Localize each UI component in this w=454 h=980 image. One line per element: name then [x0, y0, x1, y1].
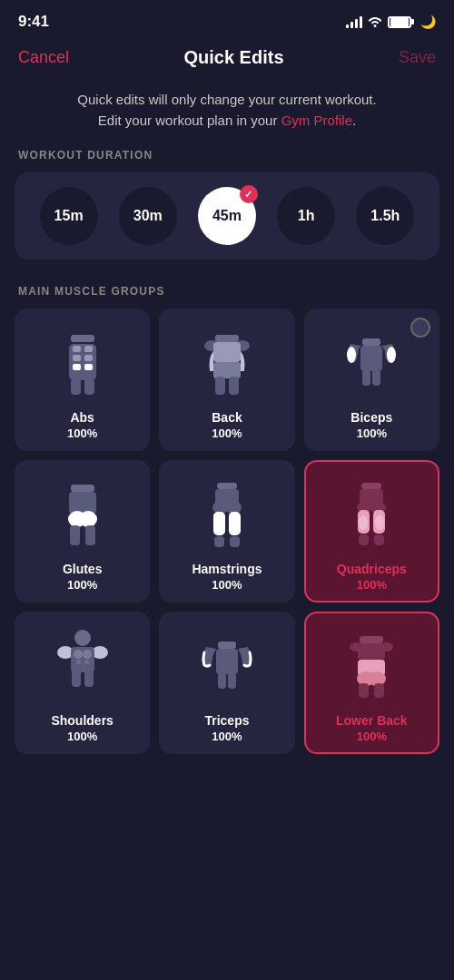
back-figure — [168, 321, 285, 403]
svg-rect-45 — [359, 534, 369, 545]
svg-rect-23 — [71, 485, 94, 492]
svg-rect-5 — [84, 355, 93, 361]
muscle-card-quadriceps[interactable]: Quadriceps 100% — [304, 460, 439, 603]
svg-rect-10 — [215, 335, 239, 342]
shoulders-percent: 100% — [67, 730, 97, 743]
svg-rect-0 — [71, 335, 94, 342]
signal-icon — [346, 15, 362, 28]
status-time: 9:41 — [18, 13, 49, 31]
svg-point-44 — [375, 515, 384, 530]
status-bar: 9:41 🌙 — [0, 0, 454, 40]
quadriceps-figure — [313, 473, 430, 554]
muscle-card-abs[interactable]: Abs 100% — [15, 309, 150, 451]
biceps-select-dot — [410, 318, 430, 338]
duration-1-5h-label: 1.5h — [370, 208, 400, 224]
svg-rect-28 — [85, 525, 95, 545]
svg-point-52 — [83, 650, 92, 659]
battery-icon — [388, 16, 411, 28]
duration-1h-label: 1h — [298, 208, 315, 224]
triceps-name: Triceps — [204, 713, 249, 728]
svg-rect-33 — [213, 512, 225, 535]
svg-point-26 — [79, 511, 97, 527]
quadriceps-name: Quadriceps — [337, 562, 407, 576]
duration-15m[interactable]: 15m — [40, 187, 98, 245]
hamstrings-figure — [168, 473, 285, 554]
info-line2: Edit your workout plan in your — [98, 113, 281, 128]
svg-rect-15 — [215, 377, 225, 395]
back-percent: 100% — [212, 426, 242, 440]
info-line1: Quick edits will only change your curren… — [77, 92, 376, 107]
cancel-button[interactable]: Cancel — [18, 48, 69, 67]
svg-rect-29 — [217, 483, 237, 489]
glutes-figure — [24, 473, 141, 554]
duration-1-5h[interactable]: 1.5h — [356, 187, 414, 245]
muscle-card-back[interactable]: Back 100% — [159, 309, 294, 451]
duration-45m[interactable]: 45m ✓ — [198, 187, 256, 245]
muscle-card-triceps[interactable]: Triceps 100% — [159, 612, 294, 754]
workout-duration-label: WORKOUT DURATION — [0, 149, 454, 172]
triceps-figure — [168, 624, 285, 706]
hamstrings-name: Hamstrings — [192, 562, 262, 576]
svg-rect-9 — [84, 378, 94, 395]
svg-rect-68 — [359, 683, 369, 698]
muscle-card-biceps[interactable]: Biceps 100% — [304, 309, 439, 451]
glutes-name: Glutes — [63, 562, 103, 576]
duration-30m-label: 30m — [133, 208, 163, 224]
svg-rect-58 — [216, 649, 238, 674]
svg-rect-4 — [73, 355, 81, 361]
duration-selector: 15m 30m 45m ✓ 1h 1.5h — [15, 172, 439, 260]
duration-1h[interactable]: 1h — [277, 187, 335, 245]
back-name: Back — [212, 410, 242, 425]
wifi-icon — [368, 15, 382, 30]
svg-point-43 — [359, 515, 368, 530]
info-text: Quick edits will only change your curren… — [0, 79, 454, 149]
svg-rect-64 — [358, 643, 385, 660]
abs-name: Abs — [70, 410, 94, 425]
svg-rect-53 — [76, 660, 81, 664]
quadriceps-percent: 100% — [357, 578, 387, 592]
muscle-card-lower-back[interactable]: Lower Back 100% — [304, 612, 439, 754]
biceps-percent: 100% — [357, 426, 387, 440]
svg-point-19 — [347, 347, 356, 363]
svg-point-32 — [225, 501, 242, 514]
muscle-card-hamstrings[interactable]: Hamstrings 100% — [159, 460, 294, 603]
svg-rect-27 — [70, 525, 80, 545]
svg-rect-55 — [72, 671, 81, 687]
info-line3: . — [352, 113, 356, 128]
status-icons: 🌙 — [346, 15, 436, 30]
lower-back-name: Lower Back — [336, 713, 408, 728]
svg-rect-21 — [362, 369, 370, 386]
svg-rect-60 — [228, 672, 236, 689]
biceps-name: Biceps — [350, 410, 392, 425]
triceps-percent: 100% — [212, 730, 242, 743]
muscle-card-shoulders[interactable]: Shoulders 100% — [15, 612, 150, 754]
shoulders-figure — [24, 624, 141, 706]
muscle-groups-label: MAIN MUSCLE GROUPS — [0, 285, 454, 309]
svg-rect-50 — [71, 647, 94, 672]
muscle-card-glutes[interactable]: Glutes 100% — [15, 460, 150, 603]
lower-back-percent: 100% — [357, 730, 387, 743]
svg-rect-35 — [214, 536, 224, 547]
svg-rect-46 — [374, 534, 384, 545]
gym-profile-link[interactable]: Gym Profile — [281, 113, 352, 128]
svg-rect-6 — [73, 364, 81, 370]
page-title: Quick Edits — [183, 47, 283, 68]
svg-rect-56 — [84, 671, 94, 687]
svg-point-47 — [74, 630, 91, 646]
svg-rect-22 — [372, 369, 380, 386]
svg-rect-17 — [362, 338, 380, 346]
lower-back-figure — [313, 624, 430, 706]
muscle-grid: Abs 100% Back 100% — [0, 309, 454, 754]
svg-rect-36 — [230, 536, 240, 547]
abs-percent: 100% — [67, 426, 97, 440]
svg-rect-3 — [84, 346, 93, 352]
svg-point-20 — [387, 347, 396, 363]
save-button[interactable]: Save — [399, 48, 436, 67]
duration-30m[interactable]: 30m — [119, 187, 177, 245]
svg-rect-59 — [218, 672, 226, 689]
nav-bar: Cancel Quick Edits Save — [0, 40, 454, 79]
hamstrings-percent: 100% — [212, 578, 242, 592]
moon-icon: 🌙 — [420, 15, 436, 29]
svg-rect-24 — [69, 492, 96, 514]
svg-rect-18 — [360, 346, 382, 371]
